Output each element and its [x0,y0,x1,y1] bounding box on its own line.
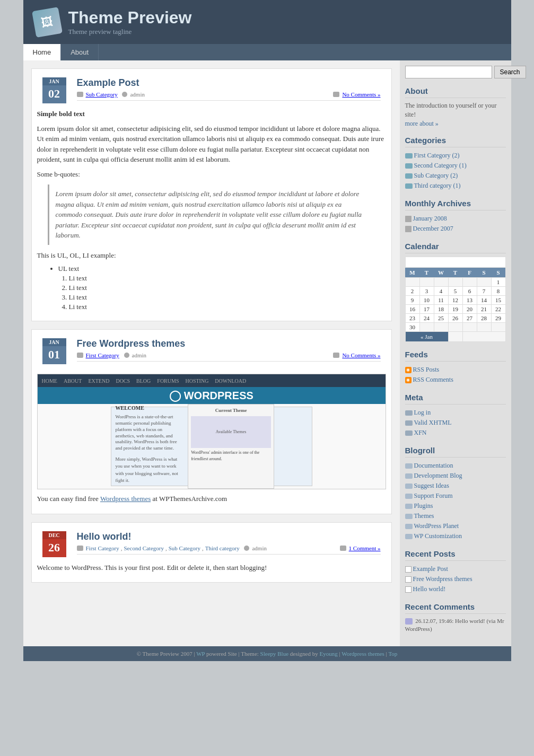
search-button[interactable]: Search [494,66,526,78]
cal-cell [405,277,419,286]
nav-link-about[interactable]: About [61,44,99,60]
cal-day-s2: S [491,267,505,277]
blogroll-link-support[interactable]: Support Forum [414,492,453,499]
recent-posts-title: Recent Posts [405,549,506,561]
post-title-hw[interactable]: Hello world! [77,531,381,542]
cal-cell [419,277,434,286]
footer-theme-link[interactable]: Sleepy Blue [260,650,288,657]
cat-link[interactable]: First Category (2) [414,152,460,159]
post-blockquote: Lorem ipsum dolor sit amet, consectetur … [48,184,375,245]
recent-checkbox [405,576,412,583]
recent-post-link-1[interactable]: Example Post [413,565,448,573]
sidebar-recent-posts-section: Recent Posts Example Post Free Wordpress… [405,549,506,594]
post-body-wp: HOMEABOUTEXTENDDOCSBLOGFORUMSHOSTINGDOWN… [32,364,391,514]
search-input[interactable] [405,66,492,78]
cal-cell: 17 [419,304,434,313]
cal-cell: 1 [491,277,505,286]
cat-link[interactable]: Sub Category (2) [414,172,458,179]
archive-link[interactable]: December 2007 [413,225,453,232]
wp-themes-link[interactable]: Wordpress themes [100,495,151,503]
list-item: Hello world! [405,584,506,594]
list-item: WP Customization [405,531,506,541]
feeds-list: ◉RSS Posts ◉RSS Comments [405,365,506,385]
login-link[interactable]: Log in [414,409,431,416]
post-comments-link3[interactable]: 1 Comment » [349,545,381,551]
post-month: JAN [42,77,66,85]
nav-item-home[interactable]: Home [23,44,62,60]
calendar-next[interactable] [462,331,505,341]
cat-link[interactable]: Third category (1) [414,182,461,189]
recent-post-link-2[interactable]: Free Wordpress themes [413,575,472,583]
post-category-link2[interactable]: First Category [86,352,119,358]
footer-top-link[interactable]: Top [388,650,397,657]
list-item: December 2007 [405,224,506,234]
rss-comments-link[interactable]: RSS Comments [413,376,453,383]
li-item-3: Li text [69,293,386,302]
list-item: Example Post [405,564,506,574]
cal-cell: 29 [491,313,505,322]
post-meta-example: Sub Category admin No Comments » [77,91,381,101]
cal-cell: 18 [434,304,448,313]
site-tagline: Theme preview tagline [68,28,192,36]
cal-cell: 6 [462,286,477,295]
cal-cell: 9 [405,295,419,304]
archive-link[interactable]: January 2008 [413,215,447,222]
cat-link-sub[interactable]: Sub Category [169,545,200,551]
sidebar-recent-comments-section: Recent Comments 26.12.07, 19:46: Hello w… [405,602,506,634]
cal-cell: 23 [405,313,419,322]
list-item: Documentation [405,461,506,471]
post-example: JAN 02 Example Post Sub Category [31,68,392,321]
cat-link-third[interactable]: Third category [205,545,240,551]
list-section: UL text Li text Li text Li text Li text [48,265,386,311]
xfn-link[interactable]: XFN [414,429,427,436]
xhtml-link[interactable]: Valid XHTML [414,419,452,426]
cal-cell: 4 [434,286,448,295]
categories-list: First Category (2) Second Category (1) S… [405,151,506,191]
site-footer: © Theme Preview 2007 | WP powered Site |… [23,646,511,661]
blogroll-link-suggest[interactable]: Suggest Ideas [414,482,449,489]
post-bold-intro: Simple bold text [37,109,386,119]
cat-link-first[interactable]: First Category [86,545,119,551]
nav-item-about[interactable]: About [61,44,99,60]
cat-link-second[interactable]: Second Category [124,545,164,551]
rss-posts-link[interactable]: RSS Posts [413,366,440,373]
blogroll-link-devblog[interactable]: Development Blog [414,472,462,479]
post-body-example: Simple bold text Lorem ipsum dolor sit a… [32,103,391,321]
cal-cell: 2 [405,286,419,295]
footer-wp-link[interactable]: WP [196,650,205,657]
cal-cell: 30 [405,322,419,331]
calendar-prev[interactable]: « Jan [405,331,448,341]
post-title-example[interactable]: Example Post [77,77,381,89]
cal-cell: 19 [448,304,462,313]
blogroll-link-themes[interactable]: Themes [414,512,434,520]
post-comments-link[interactable]: No Comments » [342,91,380,98]
footer-author-link[interactable]: Eyoung [319,650,337,657]
blogroll-icon [405,514,413,519]
cal-cell: 27 [462,313,477,322]
category-icon [77,92,83,97]
cat-link[interactable]: Second Category (1) [414,162,467,169]
nav-link-home[interactable]: Home [23,44,62,60]
cal-cell: 12 [448,295,462,304]
cal-cell [491,322,505,331]
category-icon3 [77,546,83,551]
search-form: Search [405,66,506,78]
post-category-link[interactable]: Sub Category [86,91,118,98]
blogroll-link-wpcustomization[interactable]: WP Customization [414,532,462,540]
blogroll-link-plugins[interactable]: Plugins [414,502,433,509]
recent-comments-title: Recent Comments [405,602,506,614]
cal-cell: 11 [434,295,448,304]
about-more-link[interactable]: more about » [405,120,439,127]
meta-icon [405,420,413,426]
footer-wp-themes-link[interactable]: Wordpress themes [342,650,384,657]
list-item: First Category (2) [405,151,506,161]
sidebar-feeds-section: Feeds ◉RSS Posts ◉RSS Comments [405,350,506,385]
list-item: Second Category (1) [405,161,506,171]
post-comments-link2[interactable]: No Comments » [342,352,380,358]
feeds-title: Feeds [405,350,506,362]
blogroll-link-wpplanet[interactable]: WordPress Planet [414,522,459,530]
blogroll-link-documentation[interactable]: Documentation [414,462,453,469]
post-title-wp[interactable]: Free Wordpress themes [77,338,381,349]
sidebar-blogroll-section: Blogroll Documentation Development Blog … [405,446,506,541]
recent-post-link-3[interactable]: Hello world! [413,585,446,593]
